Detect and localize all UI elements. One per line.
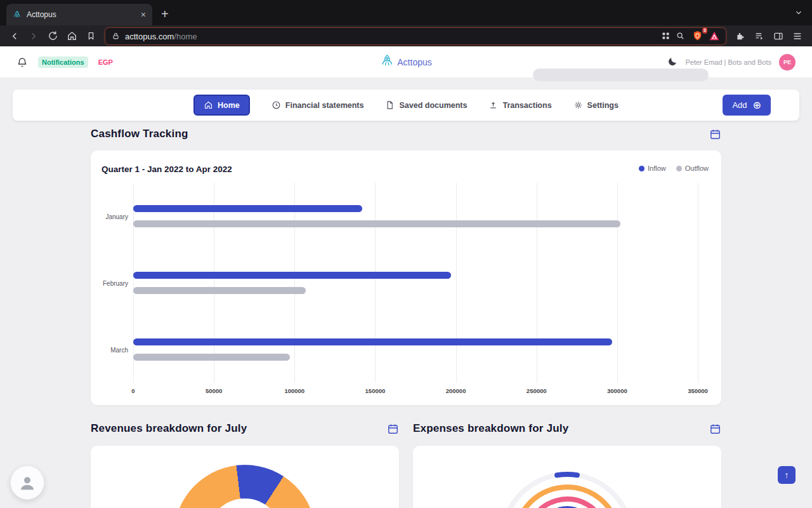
calendar-icon[interactable] xyxy=(709,128,721,140)
nav-label: Home xyxy=(218,101,240,110)
nav-label: Settings xyxy=(587,101,619,110)
x-axis-label: 250000 xyxy=(527,387,547,394)
legend-label: Outflow xyxy=(685,164,709,172)
reload-icon[interactable] xyxy=(43,27,62,45)
browser-toolbar: acttopus.com/home 3 xyxy=(0,25,812,46)
x-axis-label: 300000 xyxy=(607,387,627,394)
octopus-logo-icon xyxy=(380,54,394,70)
nav-label: Transactions xyxy=(502,101,551,110)
tab-strip: Acttopus × + xyxy=(0,0,812,25)
brave-shield-icon[interactable]: 3 xyxy=(690,30,704,43)
scroll-to-top-button[interactable]: ↑ xyxy=(778,466,796,484)
expenses-title: Expenses breakdown for July xyxy=(413,422,568,435)
search-input[interactable] xyxy=(533,69,709,81)
add-button[interactable]: Add ⊕ xyxy=(723,95,771,116)
nav-item-settings[interactable]: Settings xyxy=(573,100,619,110)
bar-chart-plot: JanuaryFebruaryMarch xyxy=(133,183,698,383)
chart-card-head: Quarter 1 - Jan 2022 to Apr 2022 InflowO… xyxy=(102,164,709,174)
bar-row-march: March xyxy=(133,316,698,383)
category-label: January xyxy=(96,213,128,220)
chart-title: Quarter 1 - Jan 2022 to Apr 2022 xyxy=(102,164,232,174)
bar-row-january: January xyxy=(133,183,698,250)
bookmark-icon[interactable] xyxy=(81,27,100,45)
nav-item-home[interactable]: Home xyxy=(193,95,250,116)
home-icon xyxy=(204,100,213,110)
inflow-bar xyxy=(133,205,362,212)
back-icon[interactable] xyxy=(5,27,24,45)
header-left: Notifications EGP xyxy=(16,57,113,68)
cashflow-section-head: Cashflow Tracking xyxy=(91,126,721,142)
url-host: acttopus.com xyxy=(125,32,174,41)
main-nav: Home Financial statements Saved document… xyxy=(13,90,799,121)
calendar-icon[interactable] xyxy=(387,423,399,435)
browser-tab[interactable]: Acttopus × xyxy=(6,4,152,25)
currency-link[interactable]: EGP xyxy=(98,58,113,66)
tab-search-chevron-icon[interactable] xyxy=(794,8,803,17)
nav-item-transactions[interactable]: Transactions xyxy=(488,100,551,110)
floating-profile-avatar[interactable] xyxy=(10,465,44,500)
inflow-bar xyxy=(133,338,612,345)
sidebar-panel-icon[interactable] xyxy=(769,27,788,45)
tab-close-icon[interactable]: × xyxy=(141,10,146,19)
rewards-triangle-icon[interactable] xyxy=(709,31,719,41)
new-tab-button[interactable]: + xyxy=(161,7,169,22)
home-icon[interactable] xyxy=(62,27,81,45)
chart-legend: InflowOutflow xyxy=(639,164,709,172)
inflow-bar xyxy=(133,272,451,279)
clock-icon xyxy=(272,100,281,110)
notifications-link[interactable]: Notifications xyxy=(38,57,88,68)
expenses-section-head: Expenses breakdown for July xyxy=(413,420,721,437)
legend-dot xyxy=(676,166,682,171)
expenses-radial-card xyxy=(413,446,721,508)
bar-row-february: February xyxy=(133,250,698,316)
x-axis-label: 350000 xyxy=(688,387,708,394)
bell-icon[interactable] xyxy=(16,57,28,68)
ring-track xyxy=(502,474,632,508)
legend-item-outflow[interactable]: Outflow xyxy=(676,164,709,172)
browser-chrome: Acttopus × + acttopus.com/home xyxy=(0,0,812,46)
gridline xyxy=(698,183,698,383)
revenues-section-head: Revenues breakdown for July xyxy=(91,420,399,437)
user-name[interactable]: Peter Emad | Bots and Bots xyxy=(685,58,771,66)
header-right: Peter Emad | Bots and Bots PE xyxy=(667,54,796,70)
shield-badge: 3 xyxy=(702,27,707,34)
legend-label: Inflow xyxy=(648,164,666,172)
nav-item-financial-statements[interactable]: Financial statements xyxy=(272,100,364,110)
revenues-title: Revenues breakdown for July xyxy=(91,422,247,435)
x-axis-label: 100000 xyxy=(284,387,304,394)
extensions-puzzle-icon[interactable] xyxy=(731,27,750,45)
lock-icon xyxy=(112,32,120,40)
x-axis-label: 0 xyxy=(131,387,134,394)
breakdown-heads: Revenues breakdown for July Expenses bre… xyxy=(91,420,721,437)
forward-icon[interactable] xyxy=(24,27,43,45)
search-icon[interactable] xyxy=(676,31,685,41)
url-bar[interactable]: acttopus.com/home 3 xyxy=(105,28,726,44)
legend-item-inflow[interactable]: Inflow xyxy=(639,164,666,172)
outflow-bar xyxy=(133,220,620,227)
category-label: February xyxy=(96,279,128,286)
grid-icon[interactable] xyxy=(661,31,671,41)
add-button-label: Add xyxy=(732,100,747,110)
nav-item-saved-documents[interactable]: Saved documents xyxy=(385,100,467,110)
reading-list-icon[interactable] xyxy=(750,27,769,45)
nav-label: Saved documents xyxy=(399,101,467,110)
nav-label: Financial statements xyxy=(285,101,364,110)
calendar-icon[interactable] xyxy=(709,423,721,435)
document-icon xyxy=(385,100,395,110)
outflow-bar xyxy=(133,287,306,294)
gear-icon xyxy=(573,100,583,110)
brand-name: Acttopus xyxy=(397,57,431,67)
x-axis: 0500001000001500002000002500003000003500… xyxy=(133,385,698,398)
outflow-bar xyxy=(133,354,290,361)
breakdown-cards xyxy=(91,446,721,508)
brand-logo[interactable]: Acttopus xyxy=(380,54,431,70)
upload-icon xyxy=(488,100,498,110)
menu-hamburger-icon[interactable] xyxy=(788,27,807,45)
bar-chart: JanuaryFebruaryMarch 0500001000001500002… xyxy=(133,183,698,398)
user-avatar[interactable]: PE xyxy=(779,54,796,70)
radial-chart xyxy=(413,446,721,508)
main-content: Cashflow Tracking Quarter 1 - Jan 2022 t… xyxy=(91,126,721,508)
revenues-donut-card xyxy=(91,446,399,508)
dark-mode-moon-icon[interactable] xyxy=(667,57,678,67)
tab-favicon-icon xyxy=(13,10,22,19)
